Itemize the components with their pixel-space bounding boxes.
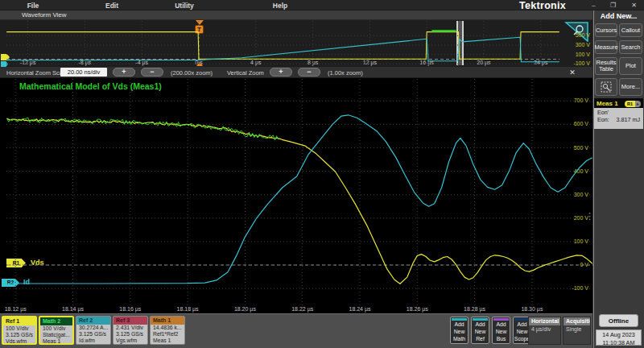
badge-title: Math 2 <box>40 317 72 325</box>
y-axis-tick-label: -100 V <box>559 285 588 291</box>
badge-line: 3.125 GS/s <box>76 331 110 338</box>
tab-waveform-view[interactable]: Waveform View <box>22 11 67 19</box>
badge-math1[interactable]: Math 1 14.4836 k... Ref1*Ref2 Meas 1 <box>150 316 185 345</box>
add-new-bus-button[interactable]: Add New Bus <box>492 317 510 344</box>
v-zoom-minus-button[interactable]: − <box>298 68 320 77</box>
vds-trace-label: Vds <box>31 259 44 267</box>
y-axis-tick-label: 100 V <box>561 52 590 57</box>
horizontal-settings-panel[interactable]: Horizontal 4 µs/div <box>528 317 561 345</box>
badge-line: 2.431 V/div <box>114 325 147 331</box>
badge-title: Math 1 <box>151 317 184 325</box>
h-zoom-factor: (200.00x zoom) <box>171 69 213 77</box>
label: Bus <box>493 335 510 342</box>
label: Ref <box>472 335 489 342</box>
menu-edit[interactable]: Edit <box>101 2 122 10</box>
menu-help[interactable]: Help <box>268 2 292 10</box>
badge-line: 3.125 GS/s <box>3 332 35 338</box>
v-zoom-plus-button[interactable]: + <box>270 68 292 77</box>
badge-ref2[interactable]: Ref 2 30.2724 A... 3.125 GS/s Id.wfm <box>76 316 111 345</box>
label: Add <box>451 321 468 328</box>
vertical-zoom-label: Vertical Zoom <box>227 69 264 77</box>
trigger-marker-icon[interactable]: T <box>195 25 204 34</box>
channel-badges: Ref 1 100 V/div 3.125 GS/s Vds.wfm Math … <box>2 316 185 345</box>
search-button[interactable]: Search <box>619 40 642 54</box>
badge-math2[interactable]: Math 2 100 V/div Static|gat... Meas 1 <box>39 316 74 345</box>
meas1-line1: Eon' <box>597 109 640 116</box>
meas1-results-panel[interactable]: Meas 1 R1 ▸ Eon' Eon: 3.817 mJ <box>594 98 643 129</box>
x-axis-tick-label: 18.20 µs <box>231 306 258 312</box>
x-axis-tick-label: 24 µs <box>527 60 555 65</box>
badge-line: 100 V/div <box>3 325 35 332</box>
label: Math <box>451 335 468 342</box>
close-icon[interactable]: ✕ <box>630 2 638 10</box>
offline-status-button[interactable]: Offline <box>599 314 638 327</box>
y-axis-tick-label: 300 V <box>561 42 590 48</box>
minimize-icon[interactable]: – <box>589 2 598 10</box>
x-axis-tick-label: 20 µs <box>470 60 497 65</box>
add-new-ref-button[interactable]: Add New Ref <box>471 317 489 344</box>
y-axis-tick-label: 200 V <box>559 215 588 221</box>
y-axis-tick-label: 600 V <box>559 121 588 126</box>
zoom-window-handle[interactable] <box>456 21 464 65</box>
v-zoom-factor: (1.00x zoom) <box>328 69 363 77</box>
tab-strip: Waveform View <box>0 10 592 20</box>
badge-ref3[interactable]: Ref 3 2.431 V/div 3.125 GS/s Vgs.wfm <box>113 316 148 345</box>
y-axis-tick-label: 700 V <box>559 97 588 103</box>
results-table-button[interactable]: Results Table <box>595 57 617 75</box>
badge-line: Vgs.wfm <box>114 338 147 344</box>
y-axis-tick-label: 400 V <box>559 168 588 174</box>
label: Add <box>472 321 489 328</box>
x-axis-tick-label: 18.12 µs <box>2 306 29 312</box>
cursors-button[interactable]: Cursors <box>595 23 617 37</box>
zoom-toolbar: Horizontal Zoom Scale 20.00 ns/div + − (… <box>0 67 592 78</box>
badge-line: 14.4836 k... <box>151 325 184 331</box>
badge-ref1[interactable]: Ref 1 100 V/div 3.125 GS/s Vds.wfm <box>2 316 37 345</box>
measure-button[interactable]: Measure <box>595 40 617 54</box>
meas1-eon-label: Eon: <box>597 116 609 123</box>
horizontal-zoom-scale-label: Horizontal Zoom Scale <box>6 69 68 77</box>
badge-line: Id.wfm <box>76 338 110 344</box>
badge-line: 100 V/div <box>40 325 72 332</box>
x-axis-tick-label: 0 s <box>185 60 213 65</box>
badge-line: Ref1*Ref2 <box>151 331 184 338</box>
plot-title: Mathematical Model of Vds (Meas1) <box>19 81 162 91</box>
meas1-source-r1: R1 <box>625 101 635 107</box>
horizontal-title: Horizontal <box>529 317 560 325</box>
datetime-display: 14 Aug 2023 11:10:38 AM <box>596 329 642 346</box>
menu-file[interactable]: File <box>23 2 43 10</box>
zoom-close-icon[interactable]: ✕ <box>568 68 577 77</box>
restore-icon[interactable]: ❐ <box>609 2 617 10</box>
annotation-draw-button[interactable] <box>595 78 617 96</box>
date-text: 14 Aug 2023 <box>597 331 641 339</box>
x-axis-tick-label: 18.16 µs <box>117 306 144 312</box>
meas1-body: Eon' Eon: 3.817 mJ <box>594 108 643 129</box>
add-new-header: Add New... <box>593 12 644 20</box>
badge-title: Ref 1 <box>3 317 35 325</box>
acquisition-settings-panel[interactable]: Acquisition Single <box>563 317 591 345</box>
meas1-title: Meas 1 <box>597 100 618 107</box>
draw-annotation-icon <box>601 81 612 93</box>
y-axis-tick-label: 0 V <box>559 262 588 267</box>
y-axis-tick-label: 100 V <box>559 238 588 244</box>
more-button[interactable]: More... <box>619 78 642 96</box>
h-zoom-minus-button[interactable]: − <box>141 68 163 77</box>
plot-button[interactable]: Plot <box>619 57 642 75</box>
x-axis-tick-label: 18.14 µs <box>60 306 87 312</box>
acquisition-title: Acquisition <box>564 317 590 325</box>
callout-button[interactable]: Callout <box>619 23 642 37</box>
label: Add <box>493 321 510 328</box>
chevron-right-icon: ▸ <box>635 101 641 107</box>
y-axis-tick-label: 500 V <box>559 145 588 151</box>
x-axis-tick-label: 4 µs <box>242 60 270 65</box>
h-zoom-plus-button[interactable]: + <box>113 68 135 77</box>
x-axis-tick-label: 18.28 µs <box>461 306 489 312</box>
x-axis-tick-label: 16 µs <box>413 60 440 65</box>
meas1-source-pill[interactable]: R1 ▸ <box>625 101 641 107</box>
x-axis-tick-label: 18.26 µs <box>403 306 431 312</box>
horizontal-zoom-scale-value[interactable]: 20.00 ns/div <box>60 68 107 77</box>
menu-utility[interactable]: Utility <box>170 2 199 10</box>
label: New <box>493 328 510 335</box>
badge-line: 3.125 GS/s <box>114 331 147 338</box>
main-waveform-plot[interactable] <box>0 78 592 313</box>
add-new-math-button[interactable]: Add New Math <box>450 317 469 344</box>
